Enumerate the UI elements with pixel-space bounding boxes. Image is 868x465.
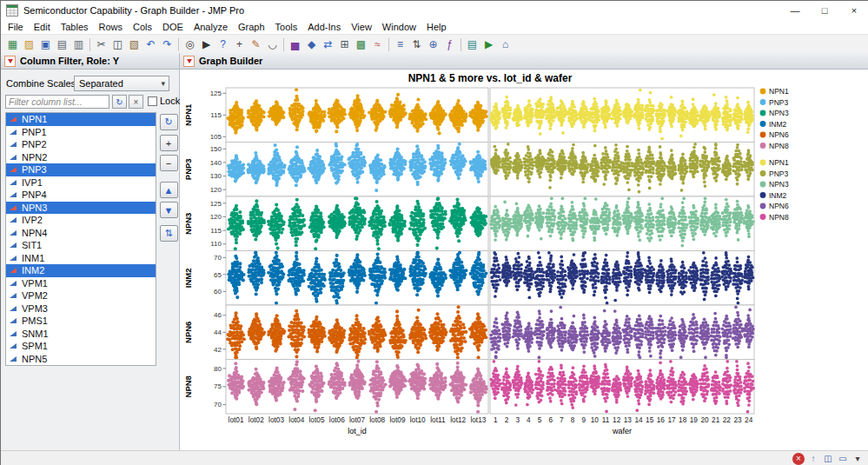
column-item-inm2[interactable]: INM2: [6, 264, 156, 277]
menu-window[interactable]: Window: [377, 22, 421, 32]
column-item-vpm3[interactable]: VPM3: [6, 302, 156, 316]
column-item-ivp1[interactable]: IVP1: [6, 176, 156, 189]
scroll-up-icon[interactable]: ↑: [807, 453, 819, 465]
column-item-pnp4[interactable]: PNP4: [6, 189, 156, 202]
brush-tool-icon[interactable]: ✎: [248, 37, 264, 52]
column-item-snm1[interactable]: SNM1: [6, 328, 156, 341]
control-chart-icon[interactable]: ≈: [369, 37, 386, 52]
column-item-pnp1[interactable]: PNP1: [6, 126, 156, 139]
sort-icon[interactable]: ⇅: [408, 37, 425, 52]
open-icon[interactable]: ▨: [21, 37, 37, 52]
svg-text:80: 80: [214, 365, 222, 373]
remove-column-button[interactable]: −: [160, 155, 178, 171]
move-down-button[interactable]: ▼: [160, 202, 178, 218]
continuous-column-icon: [10, 331, 17, 336]
menu-doe[interactable]: DOE: [157, 22, 189, 32]
add-column-button[interactable]: +: [160, 135, 178, 151]
crosshair-tool-icon[interactable]: +: [231, 37, 248, 52]
x-axis-labels[interactable]: lot01lot02lot03lot04lot05lot06lot07lot08…: [229, 415, 753, 435]
panel-row-NPN6[interactable]: NPN6424446: [183, 305, 755, 360]
graph-builder-icon[interactable]: ▩: [353, 37, 369, 52]
lock-checkbox[interactable]: [148, 96, 157, 106]
column-item-npn4[interactable]: NPN4: [6, 227, 156, 240]
menu-graph[interactable]: Graph: [233, 22, 270, 32]
paste-icon[interactable]: ▧: [126, 37, 142, 52]
column-item-pms1[interactable]: PMS1: [6, 315, 156, 328]
combine-scales-select[interactable]: Separated ▾: [74, 76, 169, 91]
filter-input[interactable]: [5, 95, 109, 109]
menu-edit[interactable]: Edit: [29, 22, 56, 32]
distribution-icon[interactable]: ▅: [287, 37, 303, 52]
menu-cols[interactable]: Cols: [128, 22, 157, 32]
continuous-column-icon: [10, 167, 17, 172]
status-caret-icon[interactable]: ▾: [851, 453, 864, 465]
menu-addins[interactable]: Add-Ins: [302, 22, 346, 32]
join-icon[interactable]: ⊕: [425, 37, 441, 52]
graph-canvas[interactable]: NPN1 & 5 more vs. lot_id & waferNPN11051…: [183, 70, 813, 449]
panel-row-NPN1[interactable]: NPN1105115125: [183, 88, 754, 143]
swap-button[interactable]: ⇅: [160, 225, 178, 242]
column-label: IVP1: [22, 177, 43, 188]
svg-text:PNP3: PNP3: [769, 98, 788, 107]
column-item-vpm2[interactable]: VPM2: [6, 289, 156, 302]
minimize-button[interactable]: —: [780, 1, 810, 20]
continuous-column-icon: [10, 116, 17, 122]
copy-icon[interactable]: ◫: [109, 37, 126, 52]
column-item-ivp2[interactable]: IVP2: [6, 214, 156, 227]
column-label: INM2: [22, 265, 44, 276]
column-item-pnp3[interactable]: PNP3: [6, 163, 156, 176]
column-item-pnp2[interactable]: PNP2: [6, 138, 156, 151]
panel-row-NPN8[interactable]: NPN8707580: [183, 360, 755, 415]
summary-icon[interactable]: ≡: [392, 37, 408, 52]
column-item-npn1[interactable]: NPN1: [6, 113, 156, 126]
menu-help[interactable]: Help: [421, 22, 452, 32]
filter-clear-button[interactable]: ×: [129, 95, 143, 109]
arrow-tool-icon[interactable]: ▶: [198, 37, 215, 52]
error-status-icon[interactable]: ×: [792, 453, 805, 465]
column-item-spm1[interactable]: SPM1: [6, 340, 156, 353]
column-item-vpm1[interactable]: VPM1: [6, 277, 156, 290]
run-script-icon[interactable]: ▶: [480, 37, 497, 52]
tabulate-icon[interactable]: ⊞: [336, 37, 353, 52]
menu-view[interactable]: View: [346, 22, 377, 32]
cut-icon[interactable]: ✂: [93, 37, 109, 52]
refresh-list-button[interactable]: ↻: [160, 114, 178, 130]
legend[interactable]: NPN1PNP3NPN3INM2NPN6NPN8NPN1PNP3NPN3INM2…: [760, 87, 789, 222]
disclosure-triangle-button[interactable]: [4, 56, 16, 67]
window-layout-icon[interactable]: ◫: [822, 453, 834, 465]
window-restore-icon[interactable]: ▭: [837, 453, 849, 465]
column-item-inm1[interactable]: INM1: [6, 252, 156, 265]
home-window-icon[interactable]: ⌂: [497, 37, 514, 52]
menu-analyze[interactable]: Analyze: [189, 22, 233, 32]
column-item-npn3[interactable]: NPN3: [6, 202, 156, 215]
new-data-table-icon[interactable]: ▦: [4, 37, 21, 52]
help-tool-icon[interactable]: ?: [215, 37, 231, 52]
column-item-npn5[interactable]: NPN5: [6, 353, 156, 366]
maximize-button[interactable]: □: [810, 1, 839, 20]
print-icon[interactable]: ▥: [70, 37, 87, 52]
combine-scales-label: Combine Scales: [6, 78, 76, 89]
menu-file[interactable]: File: [3, 22, 29, 32]
lasso-tool-icon[interactable]: ◡: [264, 37, 281, 52]
panel-row-INM2[interactable]: INM2606570: [183, 251, 754, 306]
script-editor-icon[interactable]: ▤: [464, 37, 480, 52]
fit-y-by-x-icon[interactable]: ◆: [303, 37, 320, 52]
move-up-button[interactable]: ▲: [160, 182, 178, 198]
undo-icon[interactable]: ↶: [142, 37, 159, 52]
menu-tools[interactable]: Tools: [270, 22, 303, 32]
magnifier-tool-icon[interactable]: ◎: [182, 37, 198, 52]
column-item-sit1[interactable]: SIT1: [6, 239, 156, 252]
close-button[interactable]: ×: [839, 1, 868, 20]
panel-row-PNP3[interactable]: PNP3120130140150: [183, 143, 754, 197]
save-icon[interactable]: ▣: [37, 37, 54, 52]
matched-pairs-icon[interactable]: ⇄: [320, 37, 336, 52]
panel-row-NPN3[interactable]: NPN3110115120125: [183, 196, 755, 251]
filter-refresh-button[interactable]: ↻: [112, 95, 127, 109]
save-all-icon[interactable]: ▤: [54, 37, 70, 52]
redo-icon[interactable]: ↷: [159, 37, 176, 52]
menu-rows[interactable]: Rows: [94, 22, 129, 32]
disclosure-triangle-button[interactable]: [183, 56, 195, 67]
formula-icon[interactable]: ƒ: [441, 37, 458, 52]
column-item-npn2[interactable]: NPN2: [6, 151, 156, 164]
menu-tables[interactable]: Tables: [56, 22, 94, 32]
